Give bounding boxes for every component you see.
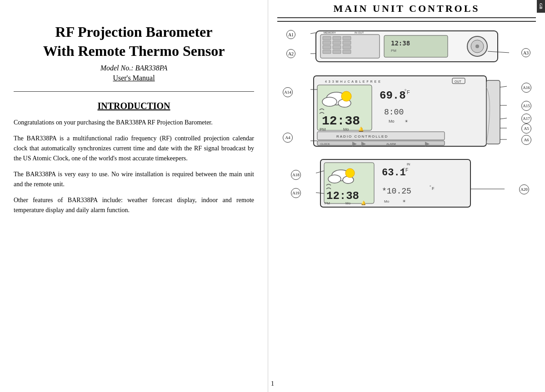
- user-manual-label: User's Manual: [14, 74, 254, 82]
- paragraph-4: Other features of BAR338PA include: weat…: [14, 195, 254, 216]
- label-a19: A19: [291, 188, 301, 198]
- svg-text:☀: ☀: [405, 119, 408, 124]
- svg-rect-8: [333, 45, 341, 49]
- paragraph-2: The BAR338PA is a multifunctional radio …: [14, 134, 254, 164]
- svg-text:🔔: 🔔: [358, 126, 364, 132]
- svg-text:F: F: [407, 89, 410, 95]
- svg-rect-5: [323, 50, 331, 54]
- introduction-title: INTRODUCTION: [14, 101, 254, 111]
- label-a16: A16: [521, 83, 531, 93]
- gb-badge: GB: [537, 0, 545, 13]
- svg-text:Mo: Mo: [389, 119, 395, 124]
- svg-text:RADIO  CONTROLLED: RADIO CONTROLLED: [336, 134, 388, 139]
- svg-text:69.8: 69.8: [380, 89, 406, 102]
- svg-text:Mo: Mo: [345, 201, 351, 205]
- svg-rect-4: [323, 45, 331, 49]
- svg-text:8:00: 8:00: [384, 108, 404, 117]
- svg-text:12:38: 12:38: [391, 40, 410, 47]
- paragraph-1: Congratulations on your purchasing the B…: [14, 118, 254, 128]
- svg-text:°: °: [405, 89, 406, 94]
- svg-text:☀: ☀: [402, 199, 406, 203]
- svg-text:Mo: Mo: [384, 199, 390, 203]
- label-a2-circle: A2: [286, 49, 295, 58]
- svg-text:PM: PM: [320, 127, 326, 132]
- label-a1-circle: A1: [286, 30, 295, 39]
- diagram-top-device: A1 A2 A3 MEMORY: [277, 26, 536, 67]
- product-title-line2: With Remote Thermo Sensor: [14, 42, 254, 61]
- right-panel: GB MAIN UNIT CONTROLS A1 A2 A3: [268, 0, 545, 392]
- svg-point-21: [475, 45, 479, 48]
- label-a5: A5: [521, 124, 531, 134]
- svg-point-33: [341, 91, 351, 101]
- label-a14: A14: [283, 87, 293, 97]
- page-number: 1: [271, 380, 274, 387]
- label-a18: A18: [291, 170, 301, 180]
- svg-rect-9: [333, 50, 341, 54]
- svg-text:12:38: 12:38: [322, 114, 360, 128]
- svg-text:CLOCK: CLOCK: [320, 143, 330, 145]
- product-title-line1: RF Projection Barometer: [14, 23, 254, 42]
- svg-text:OUT: OUT: [455, 80, 462, 83]
- label-a4: A4: [283, 133, 293, 143]
- svg-text:IN: IN: [407, 163, 410, 166]
- svg-text:63.1: 63.1: [382, 167, 406, 179]
- svg-rect-7: [333, 41, 341, 45]
- svg-rect-3: [323, 41, 331, 45]
- svg-rect-12: [343, 45, 351, 49]
- svg-text:°: °: [430, 184, 431, 189]
- svg-line-22: [310, 33, 316, 34]
- svg-text:PM: PM: [325, 201, 330, 205]
- top-device-svg: MEMORY IN OUT 12:38 PM: [291, 26, 523, 67]
- svg-text:F: F: [432, 186, 435, 191]
- diagram-main-clock: A14 A4 A16 A15 A17 A5 A6 4 3 3 M H z C A…: [277, 74, 536, 151]
- label-a6: A6: [521, 135, 531, 145]
- svg-text:12:38: 12:38: [326, 190, 359, 202]
- title-divider: [14, 91, 254, 92]
- label-a1: A1: [286, 30, 295, 39]
- diagram-remote-sensor: A18 A19 A20 12:38 PM Mo: [277, 157, 536, 209]
- svg-line-55: [500, 86, 507, 87]
- label-a17: A17: [521, 114, 531, 124]
- svg-rect-11: [343, 41, 351, 45]
- svg-point-65: [345, 169, 355, 178]
- svg-point-63: [328, 175, 341, 183]
- label-a15: A15: [521, 101, 531, 111]
- svg-point-31: [322, 97, 337, 106]
- left-panel: RF Projection Barometer With Remote Ther…: [0, 0, 268, 392]
- svg-text:*10.25: *10.25: [382, 187, 411, 196]
- svg-text:PM: PM: [391, 49, 396, 53]
- svg-text:F: F: [405, 168, 408, 173]
- svg-rect-10: [343, 36, 351, 40]
- svg-text:IN  OUT: IN OUT: [355, 31, 364, 34]
- svg-rect-13: [343, 50, 351, 54]
- svg-text:🔔: 🔔: [361, 200, 366, 206]
- label-a20: A20: [519, 184, 529, 194]
- main-unit-title: MAIN UNIT CONTROLS: [277, 0, 536, 18]
- svg-text:ALARM: ALARM: [386, 143, 396, 145]
- model-number: Model No.: BAR338PA: [14, 64, 254, 72]
- svg-text:4 3 3 M H z   C A B L E   F R : 4 3 3 M H z C A B L E F R E E: [325, 80, 381, 83]
- title-block: RF Projection Barometer With Remote Ther…: [14, 23, 254, 82]
- svg-text:Mo: Mo: [343, 127, 349, 132]
- svg-rect-2: [323, 36, 331, 40]
- svg-rect-52: [486, 80, 500, 144]
- svg-text:°: °: [403, 167, 405, 171]
- svg-rect-6: [333, 36, 341, 40]
- svg-text:MEMORY: MEMORY: [324, 31, 336, 34]
- label-a3-circle: A3: [521, 48, 530, 57]
- remote-sensor-svg: 12:38 PM Mo 🔔 63.1 F ° IN *10.25 F ° Mo …: [291, 157, 523, 209]
- label-a3: A3: [521, 48, 530, 57]
- paragraph-3: The BAR338PA is very easy to use. No wir…: [14, 169, 254, 190]
- svg-line-57: [500, 118, 507, 119]
- label-a2: A2: [286, 49, 295, 58]
- main-clock-svg: 4 3 3 M H z C A B L E F R E E OUT 12:38 …: [291, 74, 523, 151]
